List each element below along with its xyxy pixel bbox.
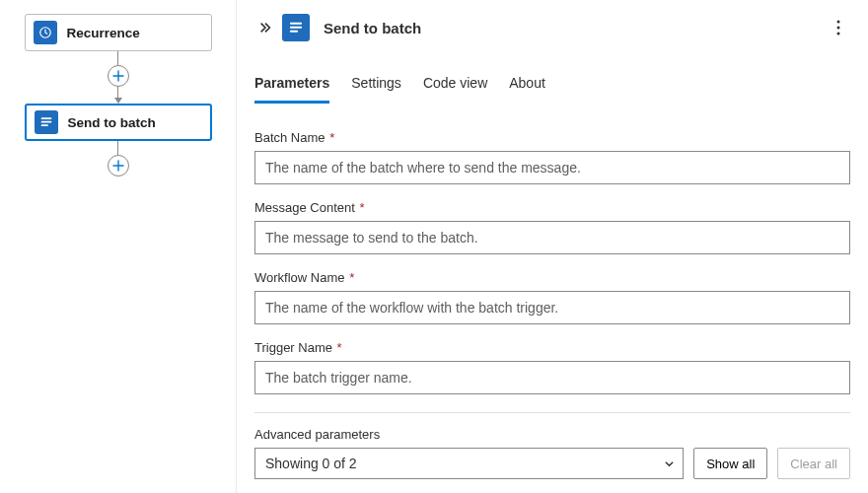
node-send-to-batch[interactable]: Send to batch xyxy=(25,104,212,141)
node-label: Send to batch xyxy=(68,115,156,130)
select-value: Showing 0 of 2 xyxy=(265,456,357,471)
tabs: Parameters Settings Code view About xyxy=(254,75,850,105)
add-step-button[interactable] xyxy=(108,155,129,176)
add-step-button[interactable] xyxy=(108,65,129,87)
panel-header: Send to batch xyxy=(254,14,850,41)
field-trigger-name: Trigger Name * xyxy=(254,340,850,394)
plus-icon xyxy=(112,160,124,172)
more-button[interactable] xyxy=(827,16,850,39)
tab-code-view[interactable]: Code view xyxy=(423,75,487,104)
clear-all-button[interactable]: Clear all xyxy=(777,448,850,479)
workflow-name-input[interactable] xyxy=(254,291,850,324)
field-message-content: Message Content * xyxy=(254,200,850,254)
parameters-form: Batch Name * Message Content * Workflow … xyxy=(254,130,850,479)
details-panel: Send to batch Parameters Settings Code v… xyxy=(237,0,868,493)
svg-point-8 xyxy=(837,27,840,30)
tab-about[interactable]: About xyxy=(509,75,545,104)
advanced-parameters-select[interactable]: Showing 0 of 2 xyxy=(254,448,684,479)
tab-settings[interactable]: Settings xyxy=(351,75,401,104)
svg-rect-3 xyxy=(40,124,47,126)
connector-terminal xyxy=(108,141,129,176)
panel-title: Send to batch xyxy=(324,20,827,36)
chevron-double-right-icon xyxy=(258,21,272,35)
svg-rect-1 xyxy=(40,117,51,119)
field-label: Workflow Name * xyxy=(254,270,850,285)
more-vertical-icon xyxy=(836,20,840,35)
clock-icon xyxy=(34,21,57,44)
chevron-down-icon xyxy=(664,458,675,469)
batch-icon xyxy=(282,14,310,41)
collapse-button[interactable] xyxy=(254,17,276,38)
node-recurrence[interactable]: Recurrence xyxy=(25,14,212,51)
svg-point-9 xyxy=(837,33,840,35)
batch-name-input[interactable] xyxy=(254,151,850,184)
svg-rect-6 xyxy=(290,31,298,33)
node-label: Recurrence xyxy=(67,26,140,40)
svg-rect-2 xyxy=(40,121,51,123)
trigger-name-input[interactable] xyxy=(254,361,850,394)
workflow-canvas: Recurrence Send to batch xyxy=(0,0,237,493)
field-label: Trigger Name * xyxy=(254,340,850,355)
field-label: Batch Name * xyxy=(254,130,850,145)
svg-point-7 xyxy=(837,21,840,24)
field-workflow-name: Workflow Name * xyxy=(254,270,850,324)
field-label: Message Content * xyxy=(254,200,850,215)
plus-icon xyxy=(112,70,124,82)
message-content-input[interactable] xyxy=(254,221,850,254)
advanced-row: Showing 0 of 2 Show all Clear all xyxy=(254,448,850,479)
tab-parameters[interactable]: Parameters xyxy=(254,75,329,104)
show-all-button[interactable]: Show all xyxy=(693,448,767,479)
connector xyxy=(108,51,129,104)
advanced-parameters-label: Advanced parameters xyxy=(254,427,850,442)
divider xyxy=(254,412,850,413)
svg-rect-5 xyxy=(290,27,302,29)
batch-icon xyxy=(35,110,58,134)
svg-rect-4 xyxy=(290,23,302,25)
field-batch-name: Batch Name * xyxy=(254,130,850,184)
